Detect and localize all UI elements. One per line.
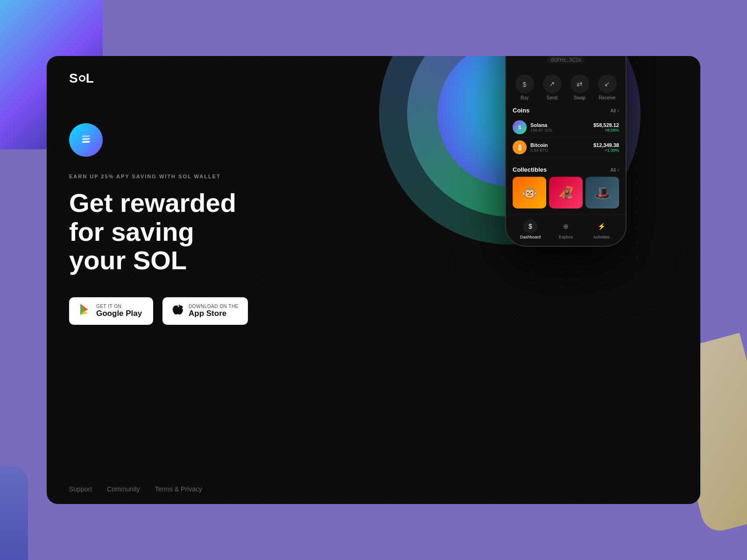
app-store-text: Download on the App Store [189,304,239,318]
bitcoin-values: $12,349.38 +1.39% [593,142,619,153]
collectibles-all[interactable]: All › [610,167,619,172]
phone-mockup: 44:44 ▌▌▌ 📶 ▮ ⇄ ⚙ [505,56,627,247]
wallet-center: 👛 My Wallet ∨ $70,889.34 0GFHz...5C2d [506,56,626,70]
app-store-name: App Store [189,309,239,318]
send-label: Send [547,95,557,100]
footer-terms-link[interactable]: Terms & Privacy [155,485,202,493]
coins-title: Coins [513,107,529,114]
bitcoin-icon: ₿ [513,140,527,154]
google-play-button[interactable]: GET IT ON Google Play [69,297,153,325]
solana-name: Solana [530,122,590,128]
google-play-text: GET IT ON Google Play [96,304,142,318]
google-play-store-name: Google Play [96,309,142,318]
phone-bottom-nav: $ Dashboard ⊕ Explore ⚡ Activities [506,214,626,242]
phone-screen: ⇄ ⚙ 👛 My Wallet ∨ $70,889.34 0GFHz...5C2… [506,56,626,246]
activities-nav-icon: ⚡ [594,219,608,233]
action-buttons: $ Buy ↗ Send ⇄ Swap [506,70,626,105]
buy-icon: $ [515,75,534,93]
headline-line1: Get rewarded [69,188,236,217]
collectibles-section: Collectibles All › 🐵 🦧 🎩 [506,164,626,210]
app-store-small-label: Download on the [189,304,239,309]
action-receive[interactable]: ↙ Receive [594,75,620,100]
nft-item-1[interactable]: 🐵 [513,177,546,209]
solana-values: $58,528.12 +8.56% [593,122,619,133]
headline: Get rewarded for saving your SOL [69,189,312,275]
bitcoin-info: Bitcoin 0.53 BTC [530,142,590,153]
app-store-button[interactable]: Download on the App Store [162,297,248,325]
receive-label: Receive [599,95,615,100]
collectibles-grid: 🐵 🦧 🎩 [513,177,619,209]
nav-activities[interactable]: ⚡ Activities [584,219,619,239]
bg-decoration-bottom-left [0,467,28,560]
solana-icon: S [513,120,527,134]
headline-line2: for saving [69,217,194,246]
swap-icon: ⇄ [571,75,589,93]
coins-section: Coins All › S Solana 156.87 SOL [506,105,626,160]
app-buttons-container: GET IT ON Google Play Download on the Ap… [69,297,312,325]
wallet-address: 0GFHz...5C2d [547,56,585,63]
coin-row-bitcoin[interactable]: ₿ Bitcoin 0.53 BTC $12,349.38 +1.39% [513,138,619,158]
footer-support-link[interactable]: Support [69,485,92,493]
bitcoin-price: $12,349.38 [593,142,619,148]
bitcoin-change: +1.39% [593,148,619,153]
logo-circle [79,75,85,82]
tagline: EARN UP 25% APY SAVING WITH SOL WALLET [69,174,312,179]
nav-dashboard[interactable]: $ Dashboard [513,219,548,239]
left-panel: EARN UP 25% APY SAVING WITH SOL WALLET G… [69,114,312,325]
phone-device: 44:44 ▌▌▌ 📶 ▮ ⇄ ⚙ [505,56,627,247]
headline-line3: your SOL [69,245,187,275]
receive-icon: ↙ [598,75,617,93]
action-send[interactable]: ↗ Send [539,75,565,100]
google-play-icon [78,303,92,319]
solana-change: +8.56% [593,128,619,133]
solana-amount: 156.87 SOL [530,128,590,133]
bitcoin-amount: 0.53 BTC [530,148,590,153]
buy-label: Buy [521,95,529,100]
explore-nav-label: Explore [559,235,573,239]
footer-community-link[interactable]: Community [107,485,140,493]
coin-row-solana[interactable]: S Solana 156.87 SOL $58,528.12 +8.56% [513,118,619,138]
nft-item-2[interactable]: 🦧 [549,177,583,209]
main-content: EARN UP 25% APY SAVING WITH SOL WALLET G… [47,86,700,474]
nft-item-3[interactable]: 🎩 [585,177,619,209]
explore-nav-icon: ⊕ [559,219,573,233]
brand-icon [69,123,103,157]
apple-icon [172,303,184,319]
dashboard-nav-icon: $ [523,219,537,233]
coins-header: Coins All › [513,107,619,114]
action-swap[interactable]: ⇄ Swap [567,75,592,100]
action-buy[interactable]: $ Buy [512,75,537,100]
nav-explore[interactable]: ⊕ Explore [548,219,584,239]
send-icon: ↗ [543,75,562,93]
footer: Support Community Terms & Privacy [47,474,700,504]
coins-all[interactable]: All › [610,107,619,113]
solana-price: $58,528.12 [593,122,619,128]
main-card: SL EARN UP 25% APY SAVING WITH SOL WALLE… [47,56,700,504]
bitcoin-name: Bitcoin [530,142,590,148]
activities-nav-label: Activities [593,235,610,239]
swap-label: Swap [574,95,585,100]
solana-info: Solana 156.87 SOL [530,122,590,133]
collectibles-header: Collectibles All › [513,166,619,173]
dashboard-nav-label: Dashboard [520,235,541,239]
collectibles-title: Collectibles [513,166,547,173]
sol-logo-svg [78,132,94,148]
google-play-small-label: GET IT ON [96,304,142,309]
